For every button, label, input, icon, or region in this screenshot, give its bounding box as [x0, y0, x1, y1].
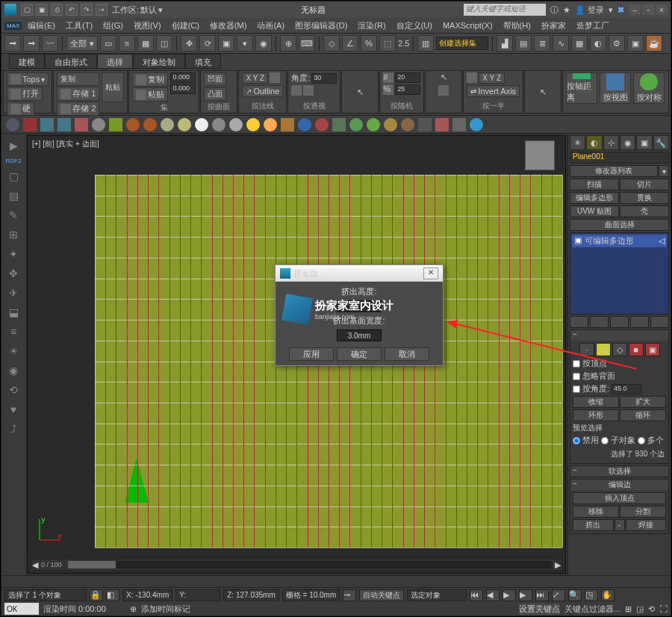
tops-button[interactable]: Tops▾	[7, 72, 49, 86]
time-slider[interactable]: ◀ 0 / 100 ▶	[32, 559, 561, 570]
shelf-icon[interactable]	[143, 118, 157, 131]
set-num2[interactable]: 0.000	[170, 84, 196, 94]
info-icon[interactable]: ⓘ	[550, 4, 559, 16]
shelf-icon[interactable]	[418, 118, 432, 131]
fov-icon[interactable]: ◳	[585, 589, 598, 601]
rotate-icon[interactable]: ⟳	[199, 35, 216, 52]
cursor-icon[interactable]: ↖	[540, 87, 547, 97]
grow-button[interactable]: 扩大	[620, 396, 666, 408]
display-tab-icon[interactable]: ▣	[636, 135, 652, 150]
remove-mod-icon[interactable]	[630, 316, 649, 328]
sun-icon[interactable]	[246, 118, 260, 131]
viewport-label[interactable]: [+] [前] [真实 + 边面]	[32, 139, 99, 149]
zoom-icon[interactable]: 🔍	[568, 589, 582, 601]
render-icon[interactable]: ☕	[646, 35, 662, 52]
utilities-tab-icon[interactable]: 🔧	[653, 135, 669, 150]
track-bar[interactable]	[1, 575, 671, 587]
tray-icon[interactable]: ⬓	[6, 305, 21, 320]
shelf-icon[interactable]	[452, 118, 466, 131]
close-button[interactable]: ×	[656, 4, 668, 15]
shelf-icon[interactable]	[178, 118, 191, 131]
menu-help[interactable]: 帮助(H)	[499, 19, 535, 33]
prev-frame-icon[interactable]: ◀	[486, 589, 500, 601]
hash-icon[interactable]: #	[383, 72, 393, 83]
pivot-icon[interactable]: ◉	[255, 35, 272, 52]
workspace-selector[interactable]: 工作区: 默认 ▾	[112, 4, 163, 16]
xyz-normal[interactable]: X Y Z	[242, 72, 268, 84]
store1-button[interactable]: 存储 1	[57, 87, 99, 101]
selection-rollout-header[interactable]: 选择	[570, 330, 668, 341]
shelf-icon[interactable]	[315, 118, 329, 131]
angle-input[interactable]: 30	[311, 73, 337, 84]
max-menu-icon[interactable]: MAX	[4, 22, 22, 30]
window-crossing-icon[interactable]: ◫	[156, 35, 172, 52]
shrink-button[interactable]: 收缩	[573, 396, 619, 408]
extrude-width-input[interactable]: 3.0mm	[337, 329, 382, 341]
shelf-icon[interactable]	[40, 118, 54, 131]
slider-thumb[interactable]	[68, 561, 116, 568]
menu-modifiers[interactable]: 修改器(M)	[205, 19, 252, 33]
shelf-icon[interactable]	[435, 118, 449, 131]
element-subobj-icon[interactable]: ▣	[645, 343, 660, 356]
refresh-icon[interactable]: ⟲	[6, 382, 21, 397]
ribbon-tab-modeling[interactable]: 建模	[9, 54, 45, 69]
coord-y[interactable]: Y:	[175, 589, 220, 601]
pct-icon[interactable]: %	[383, 84, 393, 95]
ok-button[interactable]: 确定	[337, 347, 382, 361]
split-button[interactable]: 分割	[620, 506, 666, 518]
curve-select-button[interactable]: 曲面选择	[570, 219, 669, 231]
undo-icon[interactable]: ↶	[66, 4, 78, 16]
maximize-vp-icon[interactable]: ⛶	[659, 604, 668, 613]
menu-views[interactable]: 视图(V)	[129, 19, 166, 33]
key-mode-icon[interactable]: ⊸	[343, 589, 356, 601]
scale-icon[interactable]: ▣	[218, 35, 234, 52]
shelf-icon[interactable]	[195, 118, 208, 131]
normal-icon[interactable]	[270, 72, 280, 83]
cursor-icon[interactable]: ↖	[357, 87, 364, 97]
nav-icon[interactable]: ◲	[636, 604, 644, 614]
cancel-button[interactable]: 取消	[385, 347, 429, 361]
border-subobj-icon[interactable]: ◇	[612, 343, 627, 356]
viewcube[interactable]	[525, 140, 555, 170]
select-region-icon[interactable]: ▦	[137, 35, 154, 52]
pin-stack-icon[interactable]	[570, 316, 588, 328]
set-paste-button[interactable]: 粘贴	[132, 87, 168, 102]
menu-dreamfactory[interactable]: 造梦工厂	[572, 19, 614, 33]
minimize-button[interactable]: –	[629, 4, 641, 15]
slider-left-icon[interactable]: ◀	[32, 560, 38, 570]
weld-button[interactable]: 焊接	[626, 519, 667, 531]
apply-button[interactable]: 应用	[289, 347, 334, 361]
dialog-close-button[interactable]: ✕	[423, 267, 438, 279]
xyz-half[interactable]: X Y Z	[479, 72, 505, 84]
coord-x[interactable]: X: -130.4mm	[122, 589, 172, 601]
render-frame-icon[interactable]: ▣	[627, 35, 644, 52]
snap-3d-icon[interactable]: ◇	[323, 35, 340, 52]
shelf-icon[interactable]	[75, 118, 88, 131]
hard-button[interactable]: 硬	[7, 102, 34, 116]
ref-coord-icon[interactable]: ▾	[237, 35, 253, 52]
nav-icon[interactable]: ⊞	[625, 604, 632, 614]
ribbon-tab-freeform[interactable]: 自由形式	[45, 54, 97, 69]
layers-icon[interactable]: ≣	[534, 35, 550, 52]
move-icon[interactable]: ✥	[181, 35, 197, 52]
config-sets-icon[interactable]	[650, 316, 669, 328]
select-icon[interactable]: ▭	[100, 35, 116, 52]
brightness-icon[interactable]: ☀	[6, 344, 21, 359]
shelf-icon[interactable]	[264, 118, 277, 131]
angle-spinner[interactable]: 45.0	[612, 384, 641, 394]
ignore-backfacing-checkbox[interactable]: 忽略背面	[573, 370, 666, 382]
menu-rendering[interactable]: 渲染(R)	[353, 19, 390, 33]
goto-start-icon[interactable]: ⏮	[470, 589, 483, 601]
named-sel-icon[interactable]: ▥	[417, 35, 434, 52]
save-icon[interactable]: ⎙	[51, 4, 63, 16]
edit-edges-rollout-header[interactable]: 编辑边	[570, 480, 668, 490]
menu-edit[interactable]: 编辑(E)	[23, 19, 60, 33]
persp-icon[interactable]	[291, 85, 302, 96]
select-name-icon[interactable]: ≡	[119, 35, 135, 52]
shelf-icon[interactable]	[349, 118, 363, 131]
grid-icon[interactable]: ⊞	[6, 227, 21, 242]
shelf-icon[interactable]	[57, 118, 71, 131]
shelf-icon[interactable]	[109, 118, 122, 131]
login-button[interactable]: 👤 登录	[575, 4, 604, 16]
help-icon[interactable]	[470, 118, 483, 131]
